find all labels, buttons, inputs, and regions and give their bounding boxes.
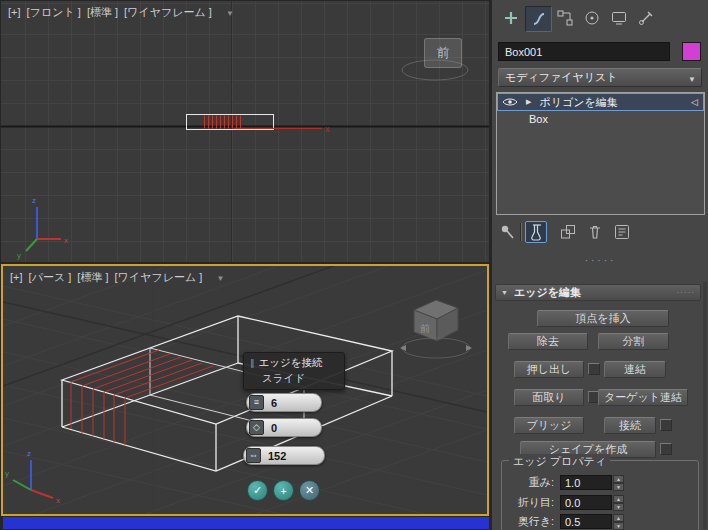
remove-modifier-button[interactable] — [584, 221, 606, 243]
panel-splitter-handle[interactable]: ····· — [492, 255, 708, 266]
stack-row-label[interactable]: ポリゴンを編集 — [539, 95, 617, 110]
remove-button[interactable]: 除去 — [508, 333, 588, 350]
split-button[interactable]: 分割 — [598, 333, 669, 350]
segments-icon: ≡ — [249, 395, 264, 410]
viewport-menu-plus[interactable]: [+] — [8, 6, 21, 18]
stack-row-box[interactable]: Box — [497, 111, 704, 127]
connect-settings-button[interactable] — [660, 419, 672, 431]
spinner-down-icon[interactable]: ▼ — [613, 503, 624, 511]
insert-vertex-button[interactable]: 頂点を挿入 — [537, 310, 669, 327]
connect-button[interactable]: 接続 — [604, 417, 656, 434]
svg-text:z: z — [27, 449, 31, 458]
viewport-label-arrow-icon[interactable]: ▼ — [226, 9, 234, 18]
spinner-up-icon[interactable]: ▲ — [613, 475, 624, 483]
configure-icon — [613, 223, 631, 241]
viewport-style-label[interactable]: [標準 ] — [77, 271, 108, 283]
duplicate-icon — [559, 223, 577, 241]
depth-spinner[interactable]: ▲ ▼ — [613, 514, 624, 529]
show-end-result-button[interactable] — [525, 221, 547, 243]
modifier-stack[interactable]: ▶ ポリゴンを編集 ◁ Box — [496, 92, 705, 215]
eye-icon[interactable] — [502, 97, 518, 107]
configure-modifier-sets-button[interactable] — [611, 221, 633, 243]
extrude-settings-button[interactable] — [588, 363, 600, 375]
caddy-apply-button[interactable]: + — [273, 480, 294, 501]
caddy-mode-label: スライド — [262, 372, 338, 386]
modify-icon — [530, 10, 548, 28]
spinner-up-icon[interactable]: ▲ — [613, 495, 624, 503]
viewport-shading-label[interactable]: [ワイヤフレーム ] — [115, 271, 203, 283]
crease-input[interactable]: 0.0 — [560, 495, 612, 510]
pinch-value[interactable]: 0 — [271, 422, 277, 434]
viewport-front-label: [+] [フロント ] [標準 ] [ワイヤフレーム ] ▼ — [8, 5, 237, 20]
segments-value[interactable]: 6 — [271, 397, 277, 409]
object-color-swatch[interactable] — [682, 42, 701, 61]
bridge-button[interactable]: ブリッジ — [514, 417, 584, 434]
weight-spinner[interactable]: ▲ ▼ — [613, 475, 624, 490]
toolbar-separator — [520, 223, 521, 241]
expand-arrow-icon[interactable]: ▶ — [526, 98, 531, 106]
pin-icon — [499, 223, 517, 241]
stack-row-label[interactable]: Box — [529, 113, 548, 125]
viewport-perspective[interactable]: [+] [パース ] [標準 ] [ワイヤフレーム ] ▼ — [1, 264, 489, 516]
tab-motion[interactable] — [579, 6, 604, 30]
crease-row: 折り目: 0.0 ▲ ▼ — [492, 494, 708, 510]
viewport-menu-plus[interactable]: [+] — [10, 271, 23, 283]
object-name-input[interactable]: Box001 — [498, 42, 670, 61]
caddy-ok-button[interactable]: ✓ — [247, 480, 268, 501]
caddy-segments-field[interactable]: ≡ 6 — [246, 393, 322, 412]
rollout-edit-edges-header[interactable]: ▼ エッジを編集 ····· — [495, 284, 701, 301]
tab-hierarchy[interactable] — [552, 6, 577, 30]
weld-button[interactable]: 連結 — [604, 361, 666, 378]
rollout-arrow-icon: ▼ — [501, 289, 508, 296]
create-shape-settings-button[interactable] — [660, 443, 672, 455]
weight-input[interactable]: 1.0 — [560, 475, 612, 490]
check-icon: ✓ — [253, 484, 262, 497]
target-weld-button[interactable]: ターゲット連結 — [598, 389, 688, 406]
viewport-shading-label[interactable]: [ワイヤフレーム ] — [124, 6, 212, 18]
crease-label: 折り目: — [492, 495, 554, 510]
box-wireframe-perspective[interactable] — [62, 316, 392, 471]
viewport-view-label[interactable]: [パース ] — [29, 271, 72, 283]
caddy-slide-field[interactable]: ⇔ 152 — [243, 446, 325, 465]
depth-label: 奥行き: — [492, 514, 554, 529]
viewport-front[interactable]: [+] [フロント ] [標準 ] [ワイヤフレーム ] ▼ x — [1, 1, 489, 262]
slide-value[interactable]: 152 — [268, 450, 286, 462]
spinner-up-icon[interactable]: ▲ — [613, 514, 624, 522]
spinner-down-icon[interactable]: ▼ — [613, 522, 624, 530]
tab-modify[interactable] — [525, 6, 552, 32]
stack-row-edit-poly[interactable]: ▶ ポリゴンを編集 ◁ — [498, 94, 703, 110]
caddy-grip-icon[interactable]: ∥ — [250, 358, 255, 368]
chamfer-button[interactable]: 面取り — [514, 389, 584, 406]
spinner-down-icon[interactable]: ▼ — [613, 483, 624, 491]
viewport-label-arrow-icon[interactable]: ▼ — [216, 274, 224, 283]
caddy-tooltip: ∥エッジを接続 スライド — [243, 352, 345, 390]
pin-stack-button[interactable] — [497, 221, 519, 243]
svg-text:x: x — [56, 496, 60, 505]
make-unique-button[interactable] — [557, 221, 579, 243]
viewcube-persp-face-label[interactable]: 前 — [420, 323, 430, 334]
caddy-cancel-button[interactable]: ✕ — [299, 480, 320, 501]
depth-input[interactable]: 0.5 — [560, 514, 612, 529]
modifier-list-label: モディファイヤリスト — [505, 71, 618, 83]
stack-pin-icon[interactable]: ◁ — [691, 97, 698, 107]
tab-utilities[interactable] — [633, 6, 658, 30]
viewport-view-label[interactable]: [フロント ] — [27, 6, 81, 18]
crease-spinner[interactable]: ▲ ▼ — [613, 495, 624, 510]
trash-icon — [586, 223, 604, 241]
tab-display[interactable] — [606, 6, 631, 30]
svg-text:y: y — [17, 251, 21, 260]
edge-properties-title: エッジ プロパティ — [509, 454, 610, 469]
viewcube-front-face-label[interactable]: 前 — [437, 44, 450, 62]
viewcube-perspective[interactable]: 前 — [398, 292, 474, 364]
slide-axis-label: x — [325, 124, 330, 134]
viewport-style-label[interactable]: [標準 ] — [87, 6, 118, 18]
tab-create[interactable] — [498, 6, 523, 30]
extrude-button[interactable]: 押し出し — [514, 361, 584, 378]
utilities-icon — [637, 9, 655, 27]
panel-scrollbar[interactable] — [703, 282, 707, 530]
viewcube-front[interactable]: 前 — [424, 38, 462, 68]
caddy-pinch-field[interactable]: ◇ 0 — [246, 418, 322, 437]
modifier-list-dropdown[interactable]: モディファイヤリスト ▼ — [498, 68, 702, 87]
caddy-title: エッジを接続 — [259, 356, 323, 368]
3dsmax-window: [+] [フロント ] [標準 ] [ワイヤフレーム ] ▼ x — [0, 0, 708, 530]
